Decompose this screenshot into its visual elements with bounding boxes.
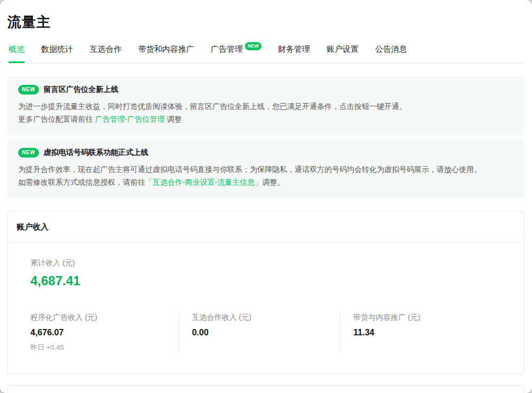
ad-position-management-link[interactable]: 广告管理-广告位管理 xyxy=(95,115,165,123)
banner-comment-ad: NEW 留言区广告位全新上线 为进一步提升流量主收益，同时打造优质阅读体验，留言… xyxy=(7,76,525,135)
tab-mutual-selection-label: 互选合作 xyxy=(90,44,122,53)
banner-virtual-phone: NEW 虚拟电话号码联系功能正式上线 为提升合作效率，现在起广告主将可通过虚拟电… xyxy=(7,139,525,198)
programmatic-ad-income: 程序化广告收入 (元) 4,676.07 昨日+0.45 xyxy=(30,313,179,352)
tab-overview-label: 概览 xyxy=(9,44,25,53)
notification-banners: NEW 留言区广告位全新上线 为进一步提升流量主收益，同时打造优质阅读体验，留言… xyxy=(0,64,532,198)
mutual-selection-income: 互选合作收入 (元) 0.00 xyxy=(179,313,340,352)
page-header: 流量主 概览 数据统计 互选合作 带货和内容推广 广告管理NEW 财务管理 账户… xyxy=(0,0,532,64)
account-income-card: 账户收入 累计收入 (元) 4,687.41 程序化广告收入 (元) 4,676… xyxy=(7,211,525,374)
income-yesterday-delta: 昨日+0.45 xyxy=(30,343,179,352)
mutual-selection-card-title: 互选合作 xyxy=(8,386,524,393)
banner-line1: 为提升合作效率，现在起广告主将可通过虚拟电话号码直接与你联系；为保障隐私，通话双… xyxy=(18,163,514,176)
tab-ad-management-label: 广告管理 xyxy=(211,44,243,53)
account-income-card-body: 累计收入 (元) 4,687.41 程序化广告收入 (元) 4,676.07 昨… xyxy=(8,242,524,374)
income-value: 0.00 xyxy=(192,328,340,337)
banner-line2: 更多广告位配置请前往 广告管理-广告位管理 调整 xyxy=(18,113,514,125)
mutual-selection-card: 互选合作 xyxy=(7,385,525,393)
tab-new-badge: NEW xyxy=(245,42,261,50)
traffic-master-window: 流量主 概览 数据统计 互选合作 带货和内容推广 广告管理NEW 财务管理 账户… xyxy=(0,0,532,393)
banner-line2-prefix: 如需修改联系方式或信息授权，请前往 xyxy=(18,178,145,186)
income-value: 11.34 xyxy=(353,328,502,337)
tab-overview[interactable]: 概览 xyxy=(9,43,25,63)
goods-content-promo-income: 带货与内容推广 (元) 11.34 xyxy=(340,313,502,352)
tab-account-settings-label: 账户设置 xyxy=(327,44,359,53)
yesterday-value: +0.45 xyxy=(46,343,64,351)
banner-title: 虚拟电话号码联系功能正式上线 xyxy=(44,148,148,158)
tab-mutual-selection[interactable]: 互选合作 xyxy=(90,43,122,63)
tab-announcements-label: 公告消息 xyxy=(375,44,407,53)
income-columns: 程序化广告收入 (元) 4,676.07 昨日+0.45 互选合作收入 (元) … xyxy=(30,313,502,352)
new-badge: NEW xyxy=(18,148,39,158)
banner-line1: 为进一步提升流量主收益，同时打造优质阅读体验，留言区广告位全新上线，您已满足开通… xyxy=(18,100,514,113)
tab-account-settings[interactable]: 账户设置 xyxy=(327,43,359,63)
total-income-value: 4,687.41 xyxy=(30,273,502,288)
new-badge: NEW xyxy=(18,85,39,95)
banner-line2-prefix: 更多广告位配置请前往 xyxy=(18,115,95,123)
tab-goods-content-promo[interactable]: 带货和内容推广 xyxy=(138,43,194,63)
tab-finance-management-label: 财务管理 xyxy=(278,44,310,53)
account-income-card-title: 账户收入 xyxy=(8,211,524,242)
tab-ad-management[interactable]: 广告管理NEW xyxy=(211,43,261,63)
banner-body: 为提升合作效率，现在起广告主将可通过虚拟电话号码直接与你联系；为保障隐私，通话双… xyxy=(18,163,514,188)
page-title: 流量主 xyxy=(7,13,525,32)
tab-goods-content-promo-label: 带货和内容推广 xyxy=(138,44,194,53)
income-label: 程序化广告收入 (元) xyxy=(30,313,179,323)
total-income-label: 累计收入 (元) xyxy=(30,258,502,268)
banner-line2-suffix: 调整。 xyxy=(262,178,284,186)
banner-head: NEW 留言区广告位全新上线 xyxy=(18,85,514,95)
tab-announcements[interactable]: 公告消息 xyxy=(375,43,407,63)
banner-line2: 如需修改联系方式或信息授权，请前往「互选合作-商业设置-流量主信息」调整。 xyxy=(18,176,514,188)
tab-finance-management[interactable]: 财务管理 xyxy=(278,43,310,63)
banner-title: 留言区广告位全新上线 xyxy=(44,85,118,95)
yesterday-label: 昨日 xyxy=(30,343,44,351)
income-label: 带货与内容推广 (元) xyxy=(353,313,502,323)
banner-body: 为进一步提升流量主收益，同时打造优质阅读体验，留言区广告位全新上线，您已满足开通… xyxy=(18,100,514,125)
income-label: 互选合作收入 (元) xyxy=(192,313,340,323)
banner-head: NEW 虚拟电话号码联系功能正式上线 xyxy=(18,148,514,158)
income-value: 4,676.07 xyxy=(30,328,179,337)
tab-data-statistics[interactable]: 数据统计 xyxy=(41,43,73,63)
banner-line2-suffix: 调整 xyxy=(165,115,182,123)
traffic-master-info-link[interactable]: 「互选合作-商业设置-流量主信息」 xyxy=(145,178,262,186)
tab-bar: 概览 数据统计 互选合作 带货和内容推广 广告管理NEW 财务管理 账户设置 公… xyxy=(7,43,525,64)
tab-data-statistics-label: 数据统计 xyxy=(41,44,73,53)
